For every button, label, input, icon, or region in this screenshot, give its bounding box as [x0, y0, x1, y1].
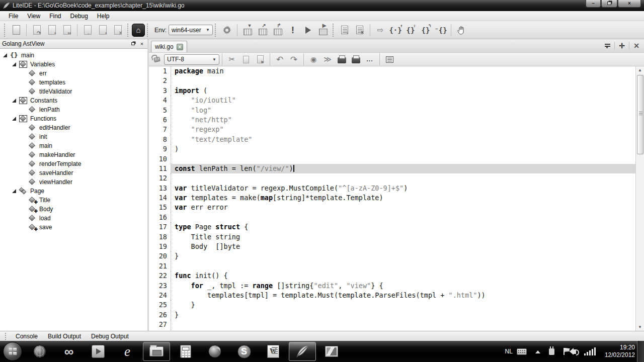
toolbar-drag-handle[interactable]	[4, 24, 7, 37]
menu-file[interactable]: File	[4, 12, 23, 21]
undo-button[interactable]: ↶	[274, 54, 285, 65]
taskbar-app-calculator[interactable]	[172, 342, 199, 361]
code-line-10[interactable]: 10	[149, 154, 635, 164]
taskbar-app-word[interactable]: W	[260, 342, 287, 361]
volume-icon[interactable]	[573, 349, 576, 354]
save-as-button[interactable]: ▪	[97, 24, 109, 36]
tree-item-load[interactable]: load	[0, 214, 147, 223]
code-line-1[interactable]: 1package main	[149, 66, 635, 76]
code-line-24[interactable]: 24 templates[tmpl] = template.Must(templ…	[149, 291, 635, 300]
close-tab-button[interactable]: ✕	[631, 41, 642, 50]
record-button[interactable]: ◉	[308, 54, 319, 65]
taskbar-app-media-player[interactable]	[85, 342, 112, 361]
new-file-button[interactable]	[10, 24, 22, 36]
encoding-select[interactable]: UTF-8 ▼	[164, 54, 219, 65]
taskbar-app-globe-app[interactable]	[26, 342, 53, 361]
action-center-flag-icon[interactable]	[564, 348, 565, 355]
code-line-9[interactable]: 9)	[149, 144, 635, 154]
tree-item-viewhandler[interactable]: viewHandler	[0, 177, 147, 187]
menu-help[interactable]: Help	[93, 12, 114, 21]
code-line-28[interactable]: 28func main() {	[149, 330, 635, 331]
output-tab-console[interactable]: Console	[11, 332, 43, 340]
open-file-button[interactable]: ↷	[31, 24, 43, 36]
word-wrap-button[interactable]	[384, 54, 395, 65]
tree-item-savehandler[interactable]: saveHandler	[0, 168, 147, 177]
expander-icon[interactable]	[12, 99, 16, 103]
code-line-14[interactable]: 14var templates = make(map[string]*templ…	[149, 193, 635, 203]
next-doc-button[interactable]: ↓	[339, 24, 351, 36]
test-button[interactable]: ↱	[272, 24, 284, 36]
menu-view[interactable]: View	[23, 12, 45, 21]
hidden-icons-button[interactable]	[535, 348, 540, 353]
code-line-20[interactable]: 20}	[149, 251, 635, 261]
code-line-21[interactable]: 21	[149, 261, 635, 271]
menu-debug[interactable]: Debug	[65, 12, 92, 21]
code-line-17[interactable]: 17type Page struct {	[149, 222, 635, 232]
language-indicator[interactable]: NL	[505, 348, 513, 355]
check-syntax-button[interactable]: !	[287, 24, 299, 36]
taskbar-app-windows-explorer[interactable]	[143, 342, 170, 361]
tree-item-init[interactable]: init	[0, 132, 147, 141]
expander-icon[interactable]	[12, 62, 16, 66]
tree-item-body[interactable]: ✚Body	[0, 205, 147, 214]
toolbar-drag-handle[interactable]	[333, 24, 335, 37]
play-edit-button[interactable]: ≫	[322, 54, 333, 65]
menu-find[interactable]: Find	[45, 12, 65, 21]
braces-up-button[interactable]: {}⇧	[405, 24, 417, 36]
options-gear-button[interactable]	[221, 24, 233, 36]
code-line-23[interactable]: 23 for _, tmpl := range []string{"edit",…	[149, 281, 635, 291]
clock[interactable]: 19:20 12/02/2012	[605, 344, 635, 359]
code-line-18[interactable]: 18 Title string	[149, 232, 635, 242]
minimize-button[interactable]: –	[586, 0, 601, 8]
scroll-down-icon[interactable]: ▼	[636, 323, 644, 331]
scroll-up-icon[interactable]: ▲	[636, 66, 644, 74]
home-button[interactable]: ⌂	[132, 24, 145, 37]
tab-close-icon[interactable]: ×	[177, 44, 183, 50]
copy-button[interactable]	[240, 54, 252, 65]
toolbar-drag-handle[interactable]	[147, 24, 149, 37]
tree-item-constants[interactable]: Constants	[0, 96, 147, 105]
code-line-7[interactable]: 7 "regexp"	[149, 125, 635, 134]
step-over-button[interactable]: ⇨	[374, 24, 386, 36]
taskbar-app-internet-explorer[interactable]: e	[114, 342, 141, 361]
tree-item-main[interactable]: main	[0, 141, 147, 150]
code-line-3[interactable]: 3import (	[149, 86, 635, 96]
pause-hand-button[interactable]	[455, 24, 467, 36]
show-desktop-button[interactable]	[637, 341, 644, 362]
output-tab-build-output[interactable]: Build Output	[43, 332, 86, 340]
code-line-25[interactable]: 25 }	[149, 300, 635, 310]
code-line-19[interactable]: 19 Body []byte	[149, 242, 635, 251]
braces-clear-button[interactable]: ⁻{}	[435, 24, 447, 36]
tree-item-titlevalidator[interactable]: titleValidator	[0, 87, 147, 96]
tree-item-variables[interactable]: Variables	[0, 60, 147, 69]
taskbar-app-skype[interactable]: S	[230, 342, 258, 361]
scrollbar-track[interactable]	[636, 74, 644, 323]
tree-item-rendertemplate[interactable]: renderTemplate	[0, 159, 147, 168]
expander-icon[interactable]	[12, 117, 16, 121]
vertical-scrollbar[interactable]: ▲ ▼	[635, 66, 644, 331]
env-select[interactable]: win64-user ▼	[169, 25, 213, 35]
run-button[interactable]	[302, 24, 314, 36]
close-file-button[interactable]: ×	[112, 24, 124, 36]
print-preview-button[interactable]	[350, 54, 361, 65]
code-editor[interactable]: 1package main23import (4 "io/ioutil"5 "l…	[149, 66, 644, 331]
code-line-16[interactable]: 16	[149, 213, 635, 222]
cut-button[interactable]: ✂	[226, 54, 237, 65]
install-button[interactable]: ↗	[257, 24, 269, 36]
close-doc-button[interactable]: ×	[354, 24, 366, 36]
save-all-button[interactable]: ▪▪	[61, 24, 73, 36]
tree-item-functions[interactable]: Functions	[0, 114, 147, 123]
save-file-button[interactable]: ▪	[46, 24, 58, 36]
run-terminal-button[interactable]: ▶	[317, 24, 329, 36]
restore-button[interactable]	[601, 0, 617, 8]
tree-item-templates[interactable]: templates	[0, 78, 147, 87]
tree-item-makehandler[interactable]: makeHandler	[0, 150, 147, 159]
code-line-11[interactable]: 11const lenPath = len("/view/")	[149, 164, 635, 173]
toolbar-drag-handle[interactable]	[215, 24, 217, 37]
braces-out-button[interactable]: {}↰	[420, 24, 432, 36]
tab-wiki-go[interactable]: wiki.go ×	[151, 41, 187, 52]
taskbar-app-infinity-app[interactable]: ∞	[55, 342, 83, 361]
expander-icon[interactable]	[12, 189, 16, 193]
tree-item-main[interactable]: {}main	[0, 51, 147, 60]
start-button[interactable]	[3, 342, 22, 361]
